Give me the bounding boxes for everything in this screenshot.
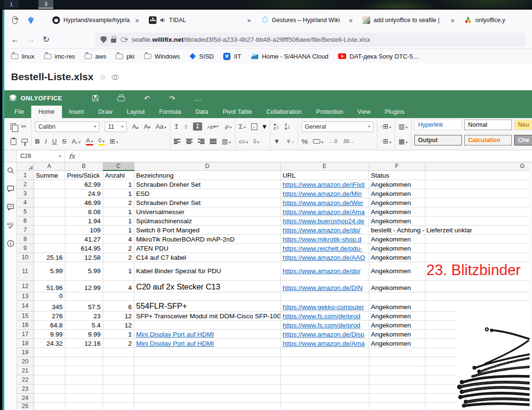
cell-F12[interactable]: Angekommen	[369, 280, 425, 292]
cell-D5[interactable]: Universalmesser	[134, 207, 280, 216]
cell-A10[interactable]: 25.16	[34, 253, 65, 262]
cell-G13[interactable]	[425, 292, 530, 300]
menu-tab-formula[interactable]: Formula	[152, 106, 188, 118]
cell-C1[interactable]: Anzahl	[103, 170, 134, 180]
spellcheck-icon[interactable]: ABC	[7, 221, 14, 229]
cell-style-check[interactable]: Che	[514, 135, 532, 145]
cell-A24[interactable]	[34, 393, 65, 402]
cell-E19[interactable]	[280, 348, 369, 357]
autosum-icon[interactable]: Σ▾	[239, 123, 245, 130]
strikethrough-icon[interactable]: S	[62, 138, 66, 145]
cell-C14[interactable]: 6	[103, 300, 134, 311]
cell-B20[interactable]	[65, 357, 103, 366]
align-bottom-icon[interactable]: ↧	[193, 122, 202, 131]
menu-tab-view[interactable]: View	[351, 106, 378, 118]
cell-A16[interactable]: 64.8	[34, 320, 65, 329]
chat-icon[interactable]	[7, 203, 14, 211]
cell-C5[interactable]: 1	[103, 207, 134, 216]
cell-C15[interactable]: 12	[103, 311, 134, 320]
cell-E23[interactable]	[280, 384, 369, 393]
percent-icon[interactable]: %	[302, 138, 308, 145]
merge-cells-icon[interactable]: ▥▾	[222, 138, 231, 145]
copy-icon[interactable]	[11, 123, 16, 130]
menu-tab-protection[interactable]: Protection	[309, 106, 350, 118]
cell-B1[interactable]: Preis/Stück	[65, 170, 103, 180]
browser-tab[interactable]: TIDAL×	[145, 12, 256, 28]
column-header-B[interactable]: B	[65, 162, 103, 170]
sort-desc-icon[interactable]: ZA↓	[285, 123, 290, 131]
bookmark-item[interactable]: DAT-дека Sony DTC-5…	[338, 53, 419, 60]
cell-E15[interactable]: https://www.fs.com/de/prod	[280, 311, 369, 320]
cell-A6[interactable]	[34, 216, 65, 225]
column-header-A[interactable]: A	[34, 162, 65, 170]
insert-function-button[interactable]: fx	[65, 150, 79, 162]
share-link-icon[interactable]	[112, 75, 119, 79]
borders-icon[interactable]: ⊞▾	[110, 138, 118, 145]
workspace-tag[interactable]: 3	[38, 0, 53, 9]
cut-icon[interactable]: ✂	[21, 123, 26, 130]
row-header-1[interactable]: 1	[17, 170, 34, 180]
cell-E14[interactable]: https://www.gekko-computer	[280, 300, 369, 311]
cell-B17[interactable]: 9.99	[65, 329, 103, 338]
redo-icon[interactable]: ↷	[169, 95, 176, 102]
fill-down-arrow[interactable]: ▾	[263, 122, 266, 131]
cell-G1[interactable]	[425, 170, 530, 180]
cell-E9[interactable]: https://www.reichelt.de/pdu-	[280, 243, 369, 253]
format-painter-icon[interactable]	[22, 139, 28, 143]
row-header-14[interactable]: 14	[17, 300, 34, 311]
cell-D17[interactable]: Mini Display Port auf HDMI	[134, 329, 280, 338]
cell-D21[interactable]	[134, 366, 280, 375]
back-icon[interactable]: ←	[11, 36, 19, 44]
cell-style-hyperlink[interactable]: Hyperlink	[414, 120, 462, 130]
cell-E1[interactable]: URL	[280, 170, 369, 180]
menu-tab-layout[interactable]: Layout	[120, 106, 152, 118]
cell-C22[interactable]	[103, 375, 134, 384]
cell-F17[interactable]: Angekommen	[369, 329, 425, 338]
row-header-6[interactable]: 6	[17, 216, 34, 225]
cell-F20[interactable]	[369, 357, 425, 366]
cell-D14[interactable]: 554FLR-SFP+	[134, 300, 280, 311]
increase-font-icon[interactable]: A▴	[132, 123, 139, 130]
decrease-decimal-icon[interactable]: ←.0	[328, 139, 337, 144]
cell-D19[interactable]	[134, 348, 280, 357]
cell-C10[interactable]: 2	[103, 253, 134, 262]
browser-tab[interactable]: onlyoffice.y	[460, 12, 532, 28]
subscript-icon[interactable]: A₂▾	[72, 138, 81, 145]
menu-tab-pivot-table[interactable]: Pivot Table	[216, 106, 259, 118]
cell-C19[interactable]	[103, 348, 134, 357]
cell-F14[interactable]: Angekommen	[369, 300, 425, 311]
bookmark-item[interactable]: linux	[11, 53, 35, 60]
cell-A3[interactable]	[34, 189, 65, 198]
cell-E22[interactable]	[280, 375, 369, 384]
cell-B8[interactable]: 41.27	[65, 234, 103, 243]
currency-icon[interactable]: ▾	[313, 138, 323, 145]
cell-E21[interactable]	[280, 366, 369, 375]
font-color-icon[interactable]: A▾	[86, 137, 93, 146]
align-right-icon[interactable]	[198, 139, 205, 144]
font-size-select[interactable]: 11▾	[105, 121, 127, 132]
cell-B15[interactable]: 23	[65, 311, 103, 320]
cell-A17[interactable]: 9.99	[34, 329, 65, 338]
workspace-tag[interactable]: 1	[4, 0, 19, 9]
cell-B6[interactable]: 1.94	[65, 216, 103, 225]
about-icon[interactable]	[7, 240, 14, 247]
lock-icon[interactable]	[111, 38, 116, 43]
cell-A12[interactable]: 51.96	[34, 280, 65, 292]
tab-close-icon[interactable]: ×	[134, 16, 140, 24]
browser-tab[interactable]: Gestures – Hyprland Wiki×	[256, 12, 358, 28]
row-header-2[interactable]: 2	[17, 180, 34, 189]
paste-icon[interactable]	[11, 138, 16, 145]
cell-D18[interactable]: Mini Display Port auf HDMI	[134, 338, 280, 348]
browser-tab[interactable]: Hyprland/example/hyprla×	[48, 12, 145, 28]
clear-icon[interactable]: ◊▾	[253, 138, 259, 145]
column-header-F[interactable]: F	[369, 162, 425, 170]
row-header-12[interactable]: 12	[17, 280, 34, 292]
underline-icon[interactable]: U	[52, 138, 57, 145]
cell-D24[interactable]	[134, 393, 280, 402]
row-header-19[interactable]: 19	[17, 348, 34, 357]
cell-B5[interactable]: 8.08	[65, 207, 103, 216]
clear-filter-icon[interactable]: ▼×	[285, 138, 294, 145]
cell-F6[interactable]: Angekommen	[369, 216, 425, 225]
cell-C3[interactable]: 1	[103, 189, 134, 198]
column-header-C[interactable]: C	[103, 162, 134, 170]
